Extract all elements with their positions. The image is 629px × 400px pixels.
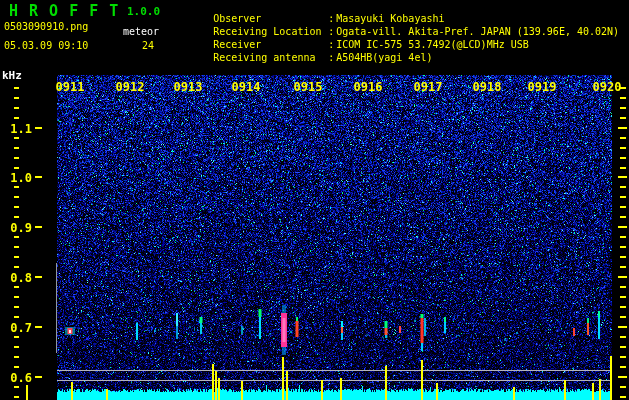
time-label: 0911 bbox=[56, 80, 85, 94]
freq-label: 0.7 bbox=[2, 321, 32, 335]
time-label: 0915 bbox=[294, 80, 323, 94]
info-row-observer: Observer:Masayuki Kobayashi bbox=[177, 2, 619, 15]
freq-label: 0.8 bbox=[2, 271, 32, 285]
mode-label: meteor bbox=[123, 27, 159, 37]
station-info: Observer:Masayuki Kobayashi Receiving Lo… bbox=[177, 2, 619, 54]
info-label: Receiving Location bbox=[213, 26, 328, 37]
info-label: Observer bbox=[213, 13, 328, 24]
info-separator: : bbox=[328, 52, 336, 63]
freq-label: 1.0 bbox=[2, 171, 32, 185]
output-filename: 0503090910.png bbox=[4, 22, 88, 32]
info-separator: : bbox=[328, 13, 336, 24]
info-label: Receiver bbox=[213, 39, 328, 50]
hrofft-window: H R O F F T 1.0.0 0503090910.png meteor … bbox=[0, 0, 629, 400]
app-title: H R O F F T bbox=[9, 4, 119, 19]
time-label: 0913 bbox=[174, 80, 203, 94]
info-separator: : bbox=[328, 39, 336, 50]
time-label: 0912 bbox=[116, 80, 145, 94]
time-label: 0918 bbox=[473, 80, 502, 94]
info-value: ICOM IC-575 53.7492(@LCD)MHz USB bbox=[336, 39, 529, 50]
y-axis-unit-label: kHz bbox=[2, 70, 22, 81]
time-label: 0919 bbox=[528, 80, 557, 94]
freq-label: 1.1 bbox=[2, 122, 32, 136]
info-label: Receiving antenna bbox=[213, 52, 328, 63]
info-separator: : bbox=[328, 26, 336, 37]
app-version: 1.0.0 bbox=[127, 6, 160, 17]
echo-count: 24 bbox=[142, 41, 154, 51]
info-value: Masayuki Kobayashi bbox=[336, 13, 444, 24]
info-value: Ogata-vill. Akita-Pref. JAPAN (139.96E, … bbox=[336, 26, 619, 37]
time-label: 0914 bbox=[232, 80, 261, 94]
time-label: 0917 bbox=[414, 80, 443, 94]
time-label: 0916 bbox=[354, 80, 383, 94]
observation-datetime: 05.03.09 09:10 bbox=[4, 41, 88, 51]
freq-label: 0.6 bbox=[2, 371, 32, 385]
freq-label: 0.9 bbox=[2, 221, 32, 235]
info-value: A504HB(yagi 4el) bbox=[336, 52, 432, 63]
time-label: 0920 bbox=[593, 80, 622, 94]
